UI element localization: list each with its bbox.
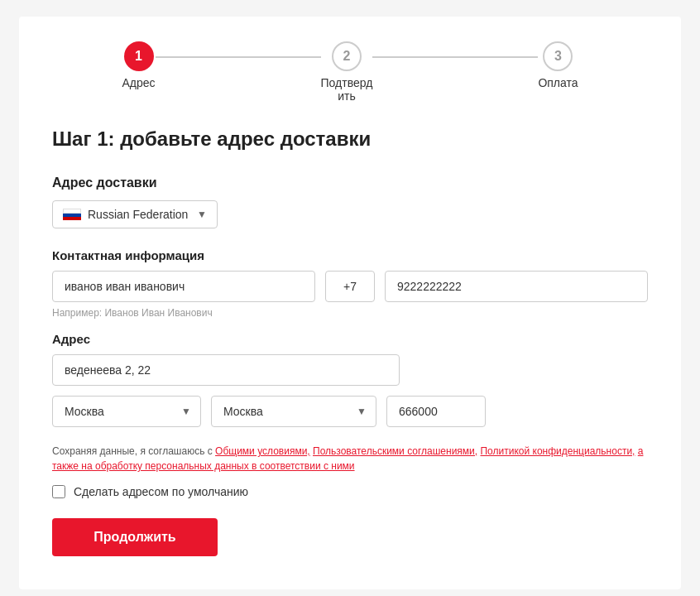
country-name: Russian Federation — [88, 208, 192, 221]
stepper-line-2 — [372, 56, 538, 58]
step-2: 2 Подтверд ить — [321, 41, 373, 103]
address-label: Адрес — [52, 332, 648, 346]
default-address-checkbox[interactable] — [52, 485, 65, 498]
city-select[interactable]: Москва — [52, 396, 201, 427]
step-3-circle: 3 — [543, 41, 573, 71]
phone-prefix-input[interactable] — [325, 271, 375, 302]
phone-number-input[interactable] — [385, 271, 648, 302]
terms-privacy-link[interactable]: Политикой конфиденциальности, — [480, 445, 635, 457]
zip-input[interactable] — [386, 396, 486, 427]
region-select-wrapper: Москва ▼ — [211, 396, 376, 427]
contact-info-label: Контактная информация — [52, 248, 648, 262]
terms-user-link[interactable]: Пользовательскими соглашениями, — [313, 445, 477, 457]
full-name-input[interactable] — [52, 271, 315, 302]
city-select-wrapper: Москва ▼ — [52, 396, 201, 427]
step-2-label: Подтверд ить — [321, 76, 373, 103]
russia-flag — [63, 209, 81, 221]
location-row: Москва ▼ Москва ▼ — [52, 396, 648, 427]
delivery-address-label: Адрес доставки — [52, 175, 648, 190]
page-title: Шаг 1: добавьте адрес доставки — [52, 127, 648, 151]
step-1-circle: 1 — [124, 41, 154, 71]
address-input[interactable] — [52, 354, 400, 386]
stepper-line-1 — [156, 56, 321, 58]
terms-text: Сохраняя данные, я соглашаюсь с Общими у… — [52, 444, 648, 473]
continue-button[interactable]: Продолжить — [52, 518, 218, 556]
stepper: 1 Адрес 2 Подтверд ить 3 Оплата — [52, 41, 648, 103]
chevron-down-icon: ▼ — [197, 209, 207, 220]
step-2-circle: 2 — [332, 41, 362, 71]
step-3: 3 Оплата — [538, 41, 578, 89]
step-3-label: Оплата — [538, 76, 578, 89]
name-phone-row — [52, 271, 648, 302]
default-address-row: Сделать адресом по умолчанию — [52, 485, 648, 498]
default-address-label: Сделать адресом по умолчанию — [74, 485, 248, 498]
country-select[interactable]: Russian Federation ▼ — [52, 200, 218, 228]
step-1-label: Адрес — [122, 76, 155, 89]
step-1: 1 Адрес — [122, 41, 155, 89]
terms-general-link[interactable]: Общими условиями, — [215, 445, 310, 457]
page-container: 1 Адрес 2 Подтверд ить 3 Оплата Шаг 1: д… — [19, 17, 681, 589]
region-select[interactable]: Москва — [211, 396, 376, 427]
name-hint: Например: Иванов Иван Иванович — [52, 307, 648, 319]
